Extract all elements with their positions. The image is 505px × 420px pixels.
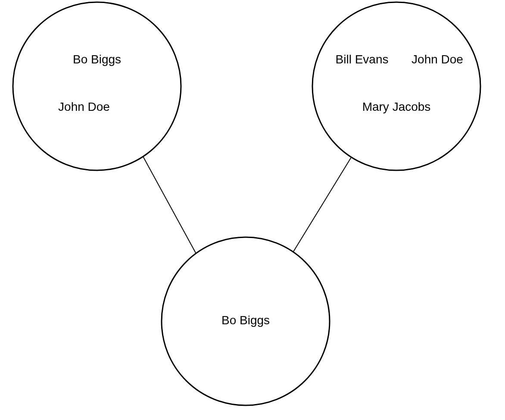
node-top-left-label-1: Bo Biggs	[73, 53, 121, 66]
node-top-right-label-1: Bill Evans	[336, 53, 389, 66]
node-bottom-center-label-1: Bo Biggs	[221, 313, 270, 327]
node-top-left	[13, 2, 181, 170]
edge-right-to-bottom	[293, 157, 351, 252]
diagram-canvas: Bo Biggs John Doe Bill Evans John Doe Ma…	[0, 0, 505, 420]
node-top-right	[312, 2, 480, 170]
edge-left-to-bottom	[143, 157, 196, 254]
node-top-right-label-3: Mary Jacobs	[362, 100, 431, 113]
node-top-right-label-2: John Doe	[411, 53, 463, 66]
node-top-left-label-2: John Doe	[58, 100, 110, 113]
